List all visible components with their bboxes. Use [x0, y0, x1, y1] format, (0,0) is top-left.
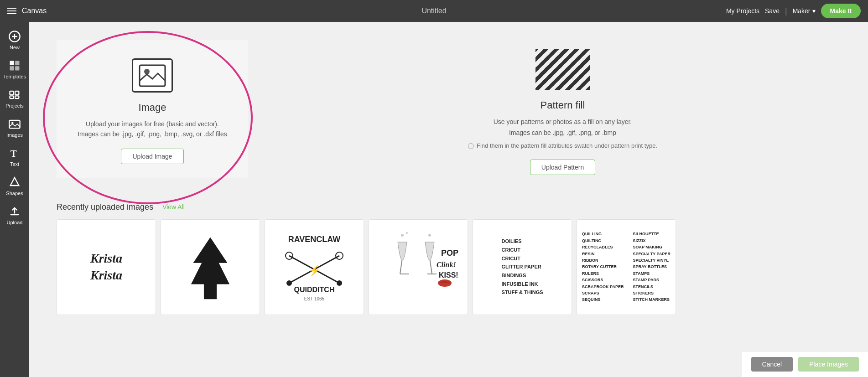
text-icon: T: [8, 147, 21, 160]
sidebar-item-images-label: Images: [6, 132, 23, 138]
save-button[interactable]: Save: [765, 7, 780, 15]
image-card-title: Image: [70, 102, 234, 114]
image-card-desc1: Upload your images for free (basic and v…: [70, 119, 234, 129]
pattern-info-row: ⓘ Find them in the pattern fill attribut…: [298, 142, 827, 150]
pattern-card-desc1: Use your patterns or photos as a fill on…: [298, 117, 827, 128]
projects-icon: [8, 88, 21, 101]
svg-text:POP!: POP!: [441, 248, 459, 258]
svg-rect-11: [9, 120, 20, 129]
my-projects-button[interactable]: My Projects: [726, 7, 759, 15]
pattern-info-text: Find them in the pattern fill attributes…: [477, 142, 657, 149]
header-divider: |: [785, 6, 787, 16]
sidebar-item-text[interactable]: T Text: [0, 142, 29, 171]
krista-text: KristaKrista: [90, 250, 122, 284]
header-left: Canvas: [7, 7, 47, 15]
image-upload-icon-box: [132, 58, 173, 93]
image-thumb-crafts[interactable]: QUILLING QUILTING RECYCLABLES RESIN RIBB…: [577, 219, 676, 315]
tree-svg: [187, 233, 233, 301]
cancel-button[interactable]: Cancel: [751, 357, 793, 372]
ravenclaw-svg: RAVENCLAW ⚡ QUIDDITCH EST 1065: [271, 228, 358, 306]
maker-button[interactable]: Maker ▾: [793, 7, 816, 15]
upload-icon: [8, 205, 21, 218]
image-thumb-pop[interactable]: POP! Clink! KISS!: [369, 219, 468, 315]
sidebar-item-projects[interactable]: Projects: [0, 84, 29, 113]
svg-point-22: [286, 280, 292, 286]
svg-point-31: [401, 234, 404, 237]
image-thumb-ravenclaw[interactable]: RAVENCLAW ⚡ QUIDDITCH EST 1065: [265, 219, 364, 315]
templates-icon: [8, 59, 21, 72]
svg-rect-8: [15, 91, 19, 95]
sidebar-item-images[interactable]: Images: [0, 113, 29, 142]
svg-text:T: T: [10, 148, 17, 159]
image-card-wrapper: Image Upload your images for free (basic…: [57, 40, 248, 184]
upload-image-button[interactable]: Upload Image: [121, 149, 183, 164]
sidebar-item-text-label: Text: [10, 161, 19, 167]
sidebar-item-templates-label: Templates: [3, 74, 26, 79]
svg-point-32: [406, 232, 408, 234]
page-title: Untitled: [421, 7, 446, 15]
image-grid: KristaKrista RAVENCLAW: [57, 219, 841, 315]
app-title: Canvas: [22, 7, 47, 15]
svg-rect-3: [10, 61, 14, 65]
svg-point-23: [337, 280, 342, 286]
view-all-link[interactable]: View All: [162, 203, 185, 211]
svg-text:QUIDDITCH: QUIDDITCH: [294, 286, 335, 294]
chevron-down-icon: ▾: [812, 7, 816, 15]
recently-uploaded-section: Recently uploaded images View All Krista…: [57, 202, 841, 315]
pattern-thumbnail: [535, 49, 590, 90]
svg-rect-4: [15, 61, 19, 65]
svg-text:KISS!: KISS!: [439, 271, 458, 279]
main-content: Image Upload your images for free (basic…: [29, 22, 868, 377]
svg-rect-9: [10, 96, 14, 98]
image-thumb-doilies[interactable]: DOILIESCRICUTCRICUTGLITTER PAPERBINDINGS…: [473, 219, 572, 315]
image-card-desc2: Images can be .jpg, .gif, .png, .bmp, .s…: [70, 129, 234, 139]
header-right: My Projects Save | Maker ▾ Make It: [726, 4, 861, 18]
shapes-icon: [8, 176, 21, 189]
make-it-button[interactable]: Make It: [821, 4, 861, 18]
svg-text:⚡: ⚡: [308, 264, 321, 277]
image-thumb-tree[interactable]: [161, 219, 260, 315]
svg-marker-16: [191, 237, 229, 299]
svg-point-33: [428, 234, 431, 237]
info-icon: ⓘ: [468, 142, 474, 150]
pattern-card-desc2: Images can be .jpg, .gif, .png, or .bmp: [298, 128, 827, 139]
pattern-card: Pattern fill Use your patterns or photos…: [285, 40, 841, 184]
pop-svg: POP! Clink! KISS!: [377, 228, 459, 306]
svg-rect-6: [15, 66, 19, 70]
svg-text:Clink!: Clink!: [437, 261, 456, 269]
sidebar-item-projects-label: Projects: [5, 103, 24, 108]
sidebar-item-new[interactable]: New: [0, 26, 29, 55]
svg-rect-7: [10, 91, 14, 95]
sidebar-item-shapes-label: Shapes: [6, 191, 23, 196]
crafts-text: QUILLING QUILTING RECYCLABLES RESIN RIBB…: [582, 231, 670, 303]
image-thumb-krista[interactable]: KristaKrista: [57, 219, 156, 315]
bottom-bar: Cancel Place Images: [742, 351, 868, 377]
doilies-text: DOILIESCRICUTCRICUTGLITTER PAPERBINDINGS…: [501, 237, 543, 297]
recently-title: Recently uploaded images: [57, 202, 153, 212]
place-images-button[interactable]: Place Images: [798, 357, 859, 372]
image-placeholder-icon: [139, 64, 166, 87]
recently-header: Recently uploaded images View All: [57, 202, 841, 212]
svg-rect-5: [10, 66, 14, 70]
sidebar-item-shapes[interactable]: Shapes: [0, 171, 29, 201]
plus-circle-icon: [8, 30, 21, 43]
sidebar-item-new-label: New: [10, 45, 20, 50]
upload-section: Image Upload your images for free (basic…: [57, 40, 841, 184]
sidebar-item-upload[interactable]: Upload: [0, 201, 29, 230]
svg-rect-10: [15, 96, 19, 98]
app-header: Canvas Untitled My Projects Save | Maker…: [0, 0, 868, 22]
sidebar: New Templates Projects Images T Text: [0, 22, 29, 377]
svg-rect-14: [140, 65, 165, 86]
images-icon: [8, 118, 21, 130]
upload-pattern-button[interactable]: Upload Pattern: [530, 160, 595, 175]
svg-text:RAVENCLAW: RAVENCLAW: [288, 235, 341, 244]
pattern-card-title: Pattern fill: [298, 99, 827, 111]
svg-text:EST 1065: EST 1065: [304, 296, 325, 301]
hamburger-menu[interactable]: [7, 8, 16, 14]
sidebar-item-upload-label: Upload: [7, 220, 23, 225]
sidebar-item-templates[interactable]: Templates: [0, 55, 29, 84]
image-card: Image Upload your images for free (basic…: [57, 40, 248, 178]
